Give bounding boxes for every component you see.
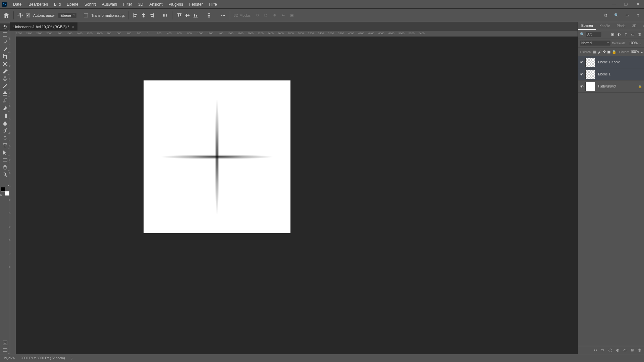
canvas-viewport[interactable] <box>16 37 578 354</box>
align-bottom-icon[interactable] <box>192 12 199 19</box>
pen-tool[interactable] <box>0 134 10 141</box>
menu-auswahl[interactable]: Auswahl <box>99 2 120 7</box>
tab-3d[interactable]: 3D <box>629 22 640 30</box>
menu-fenster[interactable]: Fenster <box>186 2 206 7</box>
quick-mask-icon[interactable] <box>0 339 10 347</box>
filter-type-icon[interactable]: T <box>623 32 629 37</box>
marquee-tool[interactable] <box>0 31 10 38</box>
share-icon[interactable]: ⇪ <box>635 12 641 19</box>
delete-layer-icon[interactable]: 🗑 <box>637 348 642 353</box>
filter-smart-icon[interactable]: ◫ <box>637 32 642 37</box>
document-tab[interactable]: Unbenannt-1 bei 19,3% (RGB/8) * × <box>10 22 77 31</box>
menu-3d[interactable]: 3D <box>135 2 146 7</box>
menu-bild[interactable]: Bild <box>51 2 64 7</box>
lock-paint-icon[interactable]: 🖌 <box>598 49 601 55</box>
layer-thumbnail[interactable] <box>585 82 595 91</box>
align-vcenter-icon[interactable] <box>184 12 191 19</box>
opacity-value[interactable]: 100% <box>627 41 638 45</box>
close-button[interactable]: ✕ <box>632 0 644 9</box>
panel-menu-icon[interactable]: ≡ <box>640 22 644 30</box>
screen-mode-icon[interactable] <box>0 347 10 354</box>
type-tool[interactable] <box>0 141 10 149</box>
tab-kanaele[interactable]: Kanäle <box>596 22 613 30</box>
opacity-chevron-icon[interactable]: ⌄ <box>639 41 642 45</box>
layer-name[interactable]: Hintergrund <box>598 84 638 88</box>
background-color[interactable] <box>5 191 9 196</box>
fill-value[interactable]: 100% <box>630 50 639 54</box>
link-layers-icon[interactable]: ⚯ <box>593 348 598 353</box>
filter-pixel-icon[interactable]: ▣ <box>610 32 615 37</box>
lock-trans-icon[interactable]: ▦ <box>593 49 596 55</box>
menu-ansicht[interactable]: Ansicht <box>146 2 165 7</box>
menu-hilfe[interactable]: Hilfe <box>206 2 220 7</box>
layer-name[interactable]: Ebene 1 Kopie <box>598 60 642 64</box>
gradient-tool[interactable] <box>0 112 10 119</box>
search-icon[interactable]: 🔍 <box>613 12 620 19</box>
horizontal-ruler[interactable]: 2600240022002000180016001400120010008006… <box>16 31 578 37</box>
align-hcenter-icon[interactable] <box>140 12 147 19</box>
menu-bearbeiten[interactable]: Bearbeiten <box>25 2 51 7</box>
status-zoom[interactable]: 19,26% <box>3 356 15 360</box>
more-align-icon[interactable]: ••• <box>220 12 226 19</box>
visibility-toggle[interactable]: 👁 <box>578 84 585 88</box>
fx-icon[interactable]: fx <box>600 348 605 353</box>
align-top-icon[interactable] <box>176 12 183 19</box>
lock-pos-icon[interactable]: ✥ <box>603 49 606 55</box>
layer-row[interactable]: 👁Ebene 1 <box>578 68 644 80</box>
minimize-button[interactable]: — <box>608 0 620 9</box>
move-tool[interactable] <box>0 23 10 31</box>
default-colors-icon[interactable]: ◱ <box>0 194 3 196</box>
stamp-tool[interactable] <box>0 90 10 97</box>
brush-tool[interactable] <box>0 82 10 90</box>
vertical-ruler[interactable]: 000000000000000000 <box>10 31 16 354</box>
mask-icon[interactable]: ◯ <box>608 348 612 353</box>
layer-thumbnail[interactable] <box>585 58 595 67</box>
menu-filter[interactable]: Filter <box>120 2 135 7</box>
fill-chevron-icon[interactable]: ⌄ <box>640 50 643 54</box>
visibility-toggle[interactable]: 👁 <box>578 72 585 76</box>
workspace-icon[interactable]: ▭ <box>624 12 631 19</box>
menu-plugins[interactable]: Plug-ins <box>166 2 186 7</box>
home-icon[interactable] <box>3 12 10 19</box>
menu-ebene[interactable]: Ebene <box>64 2 82 7</box>
visibility-toggle[interactable]: 👁 <box>578 60 585 64</box>
new-layer-icon[interactable]: ⊞ <box>630 348 635 353</box>
layer-row[interactable]: 👁Ebene 1 Kopie <box>578 56 644 68</box>
move-tool-icon[interactable] <box>17 12 24 19</box>
blend-mode-select[interactable]: Normal <box>580 41 610 46</box>
layer-name[interactable]: Ebene 1 <box>598 72 642 76</box>
distribute-h-icon[interactable] <box>161 12 169 19</box>
align-left-icon[interactable] <box>132 12 139 19</box>
share-search-icon[interactable]: ◔ <box>602 12 609 19</box>
layer-filter-input[interactable] <box>586 32 601 37</box>
color-swatches[interactable]: ⤭ ◱ <box>1 187 9 196</box>
filter-shape-icon[interactable]: ▭ <box>630 32 635 37</box>
foreground-color[interactable] <box>1 187 5 192</box>
align-right-icon[interactable] <box>148 12 155 19</box>
lock-nest-icon[interactable]: ▣ <box>607 49 610 55</box>
adjustment-icon[interactable]: ◐ <box>615 348 620 353</box>
hand-tool[interactable] <box>0 164 10 171</box>
tab-pfade[interactable]: Pfade <box>613 22 629 30</box>
close-tab-icon[interactable]: × <box>72 24 74 29</box>
auto-select-checkbox[interactable] <box>26 13 30 17</box>
canvas[interactable] <box>144 80 290 233</box>
history-brush-tool[interactable] <box>0 97 10 105</box>
menu-datei[interactable]: Datei <box>10 2 25 7</box>
transform-checkbox[interactable] <box>84 13 88 17</box>
blur-tool[interactable] <box>0 119 10 127</box>
status-more-icon[interactable]: 〉 <box>71 356 74 361</box>
lock-all-icon[interactable]: 🔒 <box>612 49 616 55</box>
layer-thumbnail[interactable] <box>585 70 595 79</box>
auto-select-target[interactable]: Ebene <box>58 13 76 18</box>
group-icon[interactable]: 🗀 <box>623 348 627 353</box>
filter-adjust-icon[interactable]: ◐ <box>616 32 622 37</box>
path-select-tool[interactable] <box>0 149 10 156</box>
distribute-v-icon[interactable] <box>205 12 213 19</box>
maximize-button[interactable]: ▢ <box>620 0 632 9</box>
crop-tool[interactable] <box>0 53 10 60</box>
menu-schrift[interactable]: Schrift <box>82 2 99 7</box>
eyedropper-tool[interactable] <box>0 68 10 75</box>
layer-row[interactable]: 👁Hintergrund🔒 <box>578 80 644 93</box>
tab-ebenen[interactable]: Ebenen <box>578 22 596 30</box>
